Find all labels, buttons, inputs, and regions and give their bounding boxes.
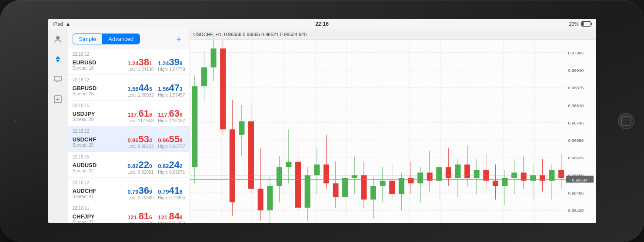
chat-icon-btn[interactable] (51, 73, 64, 86)
svg-rect-118 (539, 175, 545, 181)
ask-price: 1.24399 (158, 57, 185, 67)
low-info: Low: 0.82001 (127, 170, 153, 175)
ask-price-block: 121.848 High: 123.393 (158, 212, 185, 223)
high-info: High: 0.96727 (158, 144, 185, 149)
instrument-row[interactable]: 22:16:15 USDJPY Spread: 20 117.616 Low: … (68, 101, 190, 126)
svg-text:0.96615: 0.96615 (568, 155, 584, 160)
instrument-name: USDJPY (73, 111, 95, 117)
high-label: High: 0.82671 (158, 170, 185, 175)
spread-info: Spread: 22 (73, 168, 97, 173)
high-info: High: 123.393 (158, 221, 185, 223)
ask-price: 0.96559 (158, 134, 185, 144)
instrument-info: GBPUSD Spread: 28 (73, 85, 97, 96)
price-group: 121.816 Low: 121.770 121.848 High: 123.3… (127, 212, 185, 223)
row-top: 22:16:12 (73, 180, 185, 185)
instrument-list: 22:16:12 EURUSD Spread: 18 1.24381 Low: … (68, 49, 190, 223)
ask-super: 9 (180, 138, 183, 143)
ask-price-block: 0.96559 High: 0.96727 (158, 134, 185, 149)
svg-text:0.96485: 0.96485 (568, 191, 584, 195)
advanced-toggle-btn[interactable]: Advanced (102, 34, 140, 44)
svg-rect-54 (239, 121, 244, 135)
ask-large: 24 (169, 160, 180, 170)
bid-price: 1.24381 (127, 57, 153, 67)
svg-rect-110 (502, 178, 507, 186)
row-bottom: USDJPY Spread: 20 117.616 Low: 117.553 1… (73, 109, 185, 123)
row-top: 22:16:11 (73, 206, 185, 211)
add-chart-icon-btn[interactable] (51, 93, 64, 106)
price-group: 117.616 Low: 117.553 117.636 High: 119.0… (127, 109, 185, 123)
spread-info: Spread: 28 (73, 91, 97, 96)
low-info: Low: 0.79049 (127, 195, 153, 200)
view-toggle-group[interactable]: Simple Advanced (73, 34, 140, 44)
timestamp: 22:16:12 (73, 52, 90, 57)
instrument-row[interactable]: 22:16:12 EURUSD Spread: 18 1.24381 Low: … (68, 49, 190, 75)
svg-rect-1 (54, 76, 61, 81)
instrument-info: USDJPY Spread: 20 (73, 111, 95, 122)
instrument-info: AUDUSD Spread: 22 (73, 162, 97, 173)
bid-large: 22 (138, 160, 149, 170)
low-label: Low: 0.79049 (127, 195, 153, 200)
svg-text:0.96680: 0.96680 (568, 138, 584, 143)
trade-icon-btn[interactable] (51, 53, 64, 66)
bid-super: 1 (149, 61, 152, 66)
bid-large: 81 (138, 212, 149, 221)
instrument-row[interactable]: 22:16:12 GBPUSD Spread: 28 1.56445 Low: … (68, 75, 190, 101)
ask-super: 9 (180, 61, 183, 66)
spread-info: Spread: 18 (73, 66, 97, 71)
instrument-row[interactable]: 22:16:12 USDCHF Spread: 25 0.96534 Low: … (68, 126, 190, 152)
ask-main: 117. (158, 111, 169, 118)
svg-rect-62 (276, 167, 282, 186)
ask-price-block: 117.636 High: 119.052 (158, 109, 185, 123)
bid-price-block: 0.96534 Low: 0.96222 (127, 134, 153, 149)
svg-text:0.96745: 0.96745 (568, 121, 584, 125)
spread-info: Spread: 47 (73, 194, 97, 199)
bid-super: 6 (149, 215, 152, 220)
home-button[interactable] (618, 113, 634, 129)
svg-rect-88 (398, 178, 404, 194)
row-top: 22:16:12 (73, 52, 185, 57)
user-icon-btn[interactable] (51, 33, 64, 46)
ask-price-block: 0.79416 High: 0.79904 (158, 186, 185, 200)
instrument-row[interactable]: 22:16:12 AUDCHF Spread: 47 0.79369 Low: … (68, 178, 190, 203)
svg-rect-60 (267, 186, 273, 211)
chart-body[interactable]: 0.970700.970050.969400.968750.968100.967… (190, 40, 596, 223)
bid-large: 53 (138, 134, 149, 144)
high-label: High: 123.393 (158, 221, 185, 223)
ask-super: 6 (180, 112, 183, 118)
row-top: 22:16:15 (73, 155, 185, 159)
bid-price: 1.56445 (127, 83, 153, 93)
svg-point-0 (56, 36, 60, 40)
high-info: High: 1.24779 (158, 67, 185, 72)
timestamp: 22:16:15 (73, 155, 90, 159)
spread-info: Spread: 20 (73, 117, 95, 122)
bid-price-block: 117.616 Low: 117.553 (127, 109, 153, 123)
low-info: Low: 121.770 (127, 221, 153, 223)
timestamp: 22:16:12 (73, 77, 90, 82)
row-top: 22:16:12 (73, 77, 185, 82)
instrument-name: AUDUSD (73, 162, 97, 168)
device-name-label: iPad (53, 21, 63, 27)
svg-rect-84 (380, 181, 385, 186)
svg-rect-70 (314, 165, 320, 175)
ask-price: 121.848 (158, 212, 185, 221)
ask-price: 117.636 (158, 109, 185, 118)
price-group: 0.79369 Low: 0.79049 0.79416 High: 0.799… (127, 186, 185, 200)
bid-super: 4 (149, 138, 152, 143)
bid-super: 9 (149, 189, 152, 195)
high-label: High: 1.24779 (158, 67, 185, 72)
svg-rect-104 (474, 170, 479, 178)
high-label: High: 0.96727 (158, 144, 185, 149)
add-instrument-btn[interactable]: + (173, 33, 185, 45)
candlestick-chart: 0.970700.970050.969400.968750.968100.967… (190, 40, 596, 223)
svg-text:0.96940: 0.96940 (568, 68, 584, 73)
simple-toggle-btn[interactable]: Simple (73, 34, 103, 44)
instrument-row[interactable]: 22:16:15 AUDUSD Spread: 22 0.82220 Low: … (68, 152, 190, 178)
ask-main: 1.56 (158, 86, 169, 92)
bid-large: 38 (138, 57, 149, 67)
instrument-info: AUDCHF Spread: 47 (73, 188, 97, 199)
instrument-row[interactable]: 22:16:11 CHFJPY Spread: 32 121.816 Low: … (68, 203, 190, 223)
ask-price-block: 0.82242 High: 0.82671 (158, 160, 185, 175)
bid-price: 117.616 (127, 109, 153, 118)
ask-main: 0.79 (158, 188, 169, 195)
price-group: 0.82220 Low: 0.82001 0.82242 High: 0.826… (127, 160, 185, 175)
